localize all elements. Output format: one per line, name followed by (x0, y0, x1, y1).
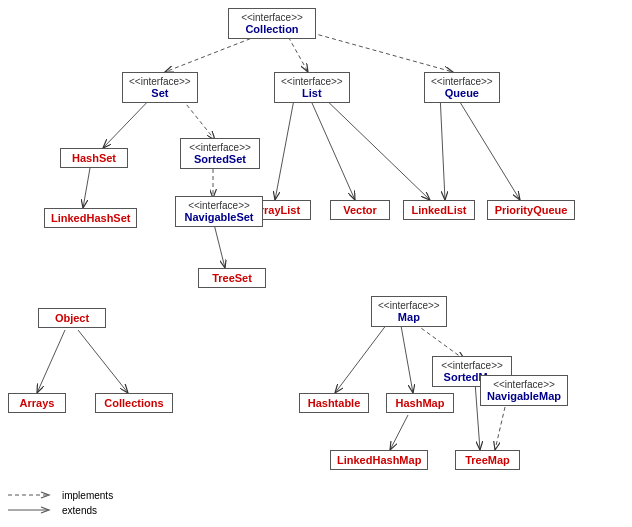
box-Collections: Collections (95, 393, 173, 413)
box-NavigableSet: <<interface>> NavigableSet (175, 196, 263, 227)
box-TreeMap: TreeMap (455, 450, 520, 470)
svg-line-17 (400, 320, 413, 393)
svg-line-8 (275, 94, 295, 200)
box-NavigableMap: <<interface>> NavigableMap (480, 375, 568, 406)
box-Hashtable: Hashtable (299, 393, 369, 413)
box-PriorityQueue: PriorityQueue (487, 200, 575, 220)
svg-line-2 (305, 31, 453, 72)
box-Set: <<interface>> Set (122, 72, 198, 103)
svg-line-7 (213, 220, 225, 268)
box-Arrays: Arrays (8, 393, 66, 413)
box-Vector: Vector (330, 200, 390, 220)
svg-line-13 (37, 330, 65, 393)
svg-line-12 (440, 94, 445, 200)
box-HashSet: HashSet (60, 148, 128, 168)
svg-line-19 (390, 415, 408, 450)
box-LinkedHashMap: LinkedHashMap (330, 450, 428, 470)
svg-line-9 (308, 94, 355, 200)
box-Object: Object (38, 308, 106, 328)
box-TreeSet: TreeSet (198, 268, 266, 288)
extends-label: extends (62, 505, 97, 516)
box-Collection: <<interface>> Collection (228, 8, 316, 39)
box-Map: <<interface>> Map (371, 296, 447, 327)
diagram-container: <<interface>> Collection <<interface>> S… (0, 0, 632, 480)
svg-line-16 (335, 320, 390, 393)
implements-label: implements (62, 490, 113, 501)
box-List: <<interface>> List (274, 72, 350, 103)
box-LinkedHashSet: LinkedHashSet (44, 208, 137, 228)
svg-line-10 (320, 94, 430, 200)
svg-line-5 (83, 168, 90, 208)
svg-line-20 (495, 407, 505, 450)
svg-line-14 (78, 330, 128, 393)
box-LinkedList: LinkedList (403, 200, 475, 220)
legend-implements: implements (8, 489, 113, 501)
legend-extends: extends (8, 504, 113, 516)
svg-line-11 (455, 94, 520, 200)
box-HashMap: HashMap (386, 393, 454, 413)
legend: implements extends (8, 489, 113, 519)
box-Queue: <<interface>> Queue (424, 72, 500, 103)
box-SortedSet: <<interface>> SortedSet (180, 138, 260, 169)
